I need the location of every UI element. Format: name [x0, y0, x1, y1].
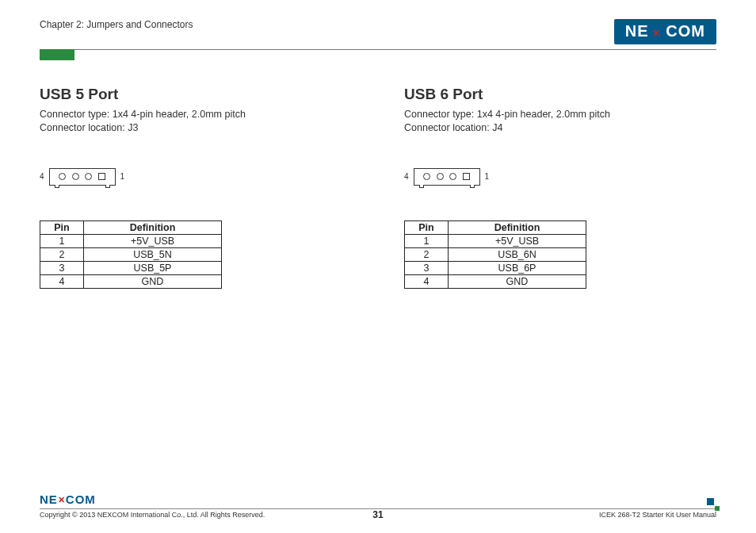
pin-table: Pin Definition 1+5V_USB 2USB_6N 3USB_6P … [404, 220, 586, 289]
table-row: 4GND [40, 274, 222, 288]
page-number: 31 [372, 509, 383, 520]
table-row: 3USB_6P [405, 261, 586, 274]
pin-circle-icon [59, 173, 66, 180]
footer: NE✕COM Copyright © 2013 NEXCOM Internati… [40, 508, 716, 519]
table-row: 4GND [405, 274, 586, 288]
pin-circle-icon [449, 173, 456, 180]
logo-text-part2: COM [666, 22, 705, 40]
cell-def: +5V_USB [84, 234, 222, 247]
pin-circle-icon [423, 173, 430, 180]
notch-icon [105, 185, 110, 188]
chapter-label: Chapter 2: Jumpers and Connectors [40, 19, 193, 30]
port-title: USB 6 Port [404, 86, 721, 103]
logo-x-icon: ✕ [58, 495, 66, 504]
cell-def: USB_6N [449, 247, 586, 261]
cell-def: USB_5P [84, 261, 222, 274]
connector-type: Connector type: 1x4 4-pin header, 2.0mm … [404, 108, 721, 121]
pin-table: Pin Definition 1+5V_USB 2USB_5N 3USB_5P … [40, 220, 222, 289]
cell-pin: 4 [40, 274, 84, 288]
cell-pin: 3 [405, 261, 449, 274]
table-row: 1+5V_USB [40, 234, 222, 247]
logo-text-part2: COM [66, 493, 96, 506]
cell-pin: 3 [40, 261, 84, 274]
logo-text-part1: NE [40, 493, 58, 506]
th-def: Definition [84, 220, 222, 234]
footer-bar: Copyright © 2013 NEXCOM International Co… [40, 508, 716, 519]
manual-title: ICEK 268-T2 Starter Kit User Manual [599, 511, 716, 519]
pin-label-right: 1 [120, 172, 125, 181]
table-row: 3USB_5P [40, 261, 222, 274]
cell-pin: 4 [405, 274, 449, 288]
nexcom-logo: NE COM [614, 19, 716, 44]
cell-pin: 1 [40, 234, 84, 247]
cell-pin: 1 [405, 234, 449, 247]
th-pin: Pin [405, 220, 449, 234]
connector-figure: 4 1 [40, 168, 357, 186]
pin-label-left: 4 [40, 172, 44, 181]
footer-logo: NE✕COM [40, 493, 96, 506]
notch-icon [419, 185, 424, 188]
logo-text-part1: NE [625, 22, 649, 40]
green-tab-icon [40, 49, 74, 60]
logo-x-icon [650, 22, 666, 40]
pin-square-icon [98, 173, 105, 180]
connector-location: Connector location: J4 [404, 121, 721, 135]
cell-pin: 2 [40, 247, 84, 261]
port-column-left: USB 5 Port Connector type: 1x4 4-pin hea… [40, 86, 357, 289]
pin-square-icon [463, 173, 470, 180]
cell-def: USB_5N [84, 247, 222, 261]
notch-icon [470, 185, 475, 188]
table-header-row: Pin Definition [405, 220, 586, 234]
corner-mark-icon [707, 498, 718, 509]
pin-label-left: 4 [404, 172, 409, 181]
copyright-text: Copyright © 2013 NEXCOM International Co… [40, 511, 265, 519]
table-row: 2USB_5N [40, 247, 222, 261]
header-rule [40, 49, 716, 50]
cell-pin: 2 [405, 247, 449, 261]
connector-diagram [414, 168, 480, 186]
content-columns: USB 5 Port Connector type: 1x4 4-pin hea… [40, 86, 716, 289]
table-header-row: Pin Definition [40, 220, 222, 234]
connector-diagram [49, 168, 116, 186]
cell-def: +5V_USB [449, 234, 586, 247]
cell-def: USB_6P [449, 261, 586, 274]
connector-figure: 4 1 [404, 168, 721, 186]
th-pin: Pin [40, 220, 84, 234]
pin-circle-icon [72, 173, 79, 180]
connector-type: Connector type: 1x4 4-pin header, 2.0mm … [40, 108, 357, 121]
port-column-right: USB 6 Port Connector type: 1x4 4-pin hea… [404, 86, 721, 289]
pin-circle-icon [437, 173, 444, 180]
cell-def: GND [84, 274, 222, 288]
pin-label-right: 1 [485, 172, 490, 181]
header-row: Chapter 2: Jumpers and Connectors NE COM [40, 19, 716, 44]
table-row: 2USB_6N [405, 247, 586, 261]
cell-def: GND [449, 274, 586, 288]
th-def: Definition [449, 220, 586, 234]
pin-circle-icon [85, 173, 92, 180]
notch-icon [55, 185, 59, 188]
port-title: USB 5 Port [40, 86, 357, 103]
table-row: 1+5V_USB [405, 234, 586, 247]
connector-location: Connector location: J3 [40, 121, 357, 135]
